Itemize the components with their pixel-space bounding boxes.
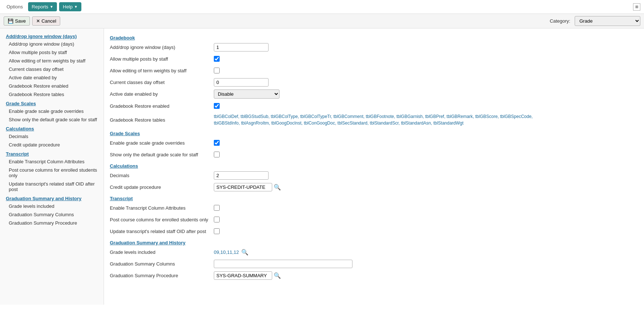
credit-update-procedure-row: Credit update procedure 🔍	[110, 181, 638, 193]
grade-levels-included-label: Grade levels included	[110, 249, 214, 255]
update-transcript-staff-oid-row: Update transcript's related staff OID af…	[110, 225, 638, 237]
grade-levels-search-button[interactable]: 🔍	[240, 249, 250, 256]
active-date-enabled-row: Active date enabled by Disable Enable St…	[110, 88, 638, 100]
enable-transcript-column-label: Enable Transcript Column Attributes	[110, 205, 214, 211]
sidebar-gradebook-header[interactable]: Add/drop ignore window (days)	[0, 31, 104, 40]
content-area: Gradebook Add/drop ignore window (days) …	[104, 28, 644, 305]
gradebook-restore-enabled-checkbox[interactable]	[214, 103, 220, 109]
window-resize-icon[interactable]: ⊞	[633, 3, 640, 11]
active-date-enabled-label: Active date enabled by	[110, 91, 214, 97]
decimals-input[interactable]	[214, 171, 269, 180]
gradebook-restore-tables-label: Gradebook Restore tables	[110, 117, 214, 123]
grade-levels-included-row: Grade levels included 09,10,11,12 🔍	[110, 246, 638, 258]
graduation-summary-procedure-input[interactable]	[214, 271, 272, 280]
active-date-enabled-select[interactable]: Disable Enable Staff Admin	[214, 89, 279, 99]
enable-grade-scale-overrides-label: Enable grade scale grade overrides	[110, 140, 214, 146]
sidebar-item-update-transcript-staff-oid: Update transcript's related staff OID af…	[0, 180, 104, 194]
category-label: Category:	[550, 18, 570, 24]
gradebook-restore-enabled-row: Gradebook Restore enabled	[110, 100, 638, 112]
allow-editing-term-weights-checkbox[interactable]	[214, 68, 220, 73]
sidebar-grade-scales-header[interactable]: Grade Scales	[0, 99, 104, 107]
cancel-button[interactable]: ✕ Cancel	[32, 16, 60, 26]
sidebar-item-active-date-enabled: Active date enabled by	[0, 73, 104, 82]
show-only-default-grade-scale-checkbox[interactable]	[214, 152, 220, 157]
current-classes-day-offset-input[interactable]	[214, 78, 269, 87]
grade-levels-value: 09,10,11,12 🔍	[214, 249, 250, 256]
graduation-summary-columns-label: Graduation Summary Columns	[110, 261, 214, 267]
update-transcript-staff-oid-label: Update transcript's related staff OID af…	[110, 229, 214, 234]
sidebar-item-gradebook-restore-enabled: Gradebook Restore enabled	[0, 82, 104, 90]
sidebar-item-graduation-summary-procedure: Graduation Summary Procedure	[0, 219, 104, 227]
main-layout: Add/drop ignore window (days) Add/drop i…	[0, 28, 644, 305]
gradebook-section-header: Gradebook	[110, 32, 638, 41]
add-drop-input[interactable]	[214, 43, 269, 52]
credit-update-procedure-label: Credit update procedure	[110, 184, 214, 190]
current-classes-day-offset-row: Current classes day offset	[110, 76, 638, 88]
credit-update-procedure-input[interactable]	[214, 183, 272, 191]
graduation-summary-columns-input[interactable]	[214, 260, 352, 268]
sidebar-transcript-header[interactable]: Transcript	[0, 149, 104, 157]
transcript-section-header: Transcript	[110, 193, 638, 202]
save-disk-icon: 💾	[8, 18, 14, 24]
decimals-row: Decimals	[110, 169, 638, 181]
sidebar-item-decimals: Decimals	[0, 132, 104, 141]
help-arrow-icon: ▼	[74, 5, 78, 9]
enable-grade-scale-overrides-row: Enable grade scale grade overrides	[110, 137, 638, 149]
show-only-default-grade-scale-label: Show only the default grade scale for st…	[110, 152, 214, 157]
sidebar-item-enable-grade-scale-overrides: Enable grade scale grade overrides	[0, 107, 104, 115]
decimals-label: Decimals	[110, 173, 214, 178]
options-button[interactable]: Options	[4, 2, 26, 11]
gradebook-restore-enabled-label: Gradebook Restore enabled	[110, 103, 214, 109]
graduation-summary-procedure-search-button[interactable]: 🔍	[272, 272, 282, 279]
post-course-columns-label: Post course columns for enrolled student…	[110, 217, 214, 222]
credit-update-search-button[interactable]: 🔍	[272, 184, 282, 191]
enable-transcript-column-checkbox[interactable]	[214, 205, 220, 211]
grade-scales-section-header: Grade Scales	[110, 128, 638, 137]
sidebar-item-enable-transcript-column: Enable Transcript Column Attributes	[0, 157, 104, 166]
allow-editing-term-weights-label: Allow editing of term weights by staff	[110, 68, 214, 73]
gradebook-restore-tables-value: tblGBColDef, tblBGStudSub, tblGBColType,…	[214, 113, 542, 126]
post-course-columns-checkbox[interactable]	[214, 217, 220, 222]
sidebar-item-graduation-summary-columns: Graduation Summary Columns	[0, 210, 104, 219]
graduation-summary-section-header: Graduation Summary and History	[110, 237, 638, 246]
reports-label: Reports	[32, 4, 49, 9]
reports-arrow-icon: ▼	[50, 5, 53, 9]
sidebar-item-grade-levels-included: Grade levels included	[0, 202, 104, 210]
sidebar-item-gradebook-restore-tables: Gradebook Restore tables	[0, 90, 104, 99]
sidebar-item-allow-editing-term-weights: Allow editing of term weights by staff	[0, 57, 104, 65]
sidebar: Add/drop ignore window (days) Add/drop i…	[0, 28, 104, 305]
add-drop-row: Add/drop ignore window (days)	[110, 41, 638, 53]
sidebar-item-add-drop: Add/drop ignore window (days)	[0, 40, 104, 48]
reports-button[interactable]: Reports ▼	[28, 2, 57, 11]
help-label: Help	[63, 4, 73, 9]
sidebar-item-current-classes-day-offset: Current classes day offset	[0, 65, 104, 73]
grade-levels-text: 09,10,11,12	[214, 249, 239, 255]
graduation-summary-procedure-row: Graduation Summary Procedure 🔍	[110, 270, 638, 281]
cancel-x-icon: ✕	[36, 18, 40, 24]
gradebook-restore-tables-row: Gradebook Restore tables tblGBColDef, tb…	[110, 112, 638, 128]
allow-multiple-posts-label: Allow multiple posts by staff	[110, 56, 214, 62]
sidebar-graduation-summary-header[interactable]: Graduation Summary and History	[0, 194, 104, 202]
sidebar-item-allow-multiple-posts: Allow multiple posts by staff	[0, 48, 104, 57]
enable-transcript-column-row: Enable Transcript Column Attributes	[110, 202, 638, 214]
enable-grade-scale-overrides-checkbox[interactable]	[214, 140, 220, 146]
sidebar-item-post-course-columns: Post course columns for enrolled student…	[0, 166, 104, 180]
graduation-summary-columns-row: Graduation Summary Columns	[110, 258, 638, 270]
top-nav: Options Reports ▼ Help ▼ ⊞	[0, 0, 644, 14]
cancel-label: Cancel	[42, 18, 56, 24]
save-button[interactable]: 💾 Save	[4, 16, 30, 26]
sidebar-item-credit-update-procedure: Credit update procedure	[0, 141, 104, 149]
sidebar-calculations-header[interactable]: Calculations	[0, 124, 104, 132]
current-classes-day-offset-label: Current classes day offset	[110, 80, 214, 85]
help-button[interactable]: Help ▼	[59, 2, 81, 11]
allow-multiple-posts-checkbox[interactable]	[214, 56, 220, 62]
show-only-default-grade-scale-row: Show only the default grade scale for st…	[110, 149, 638, 160]
toolbar: 💾 Save ✕ Cancel Category: Grade Attendan…	[0, 14, 644, 28]
save-label: Save	[15, 18, 26, 24]
add-drop-label: Add/drop ignore window (days)	[110, 45, 214, 50]
sidebar-item-show-only-default-grade-scale: Show only the default grade scale for st…	[0, 115, 104, 124]
allow-editing-term-weights-row: Allow editing of term weights by staff	[110, 65, 638, 76]
allow-multiple-posts-row: Allow multiple posts by staff	[110, 53, 638, 65]
category-select[interactable]: Grade Attendance Behavior Health	[575, 16, 640, 26]
update-transcript-staff-oid-checkbox[interactable]	[214, 228, 220, 234]
